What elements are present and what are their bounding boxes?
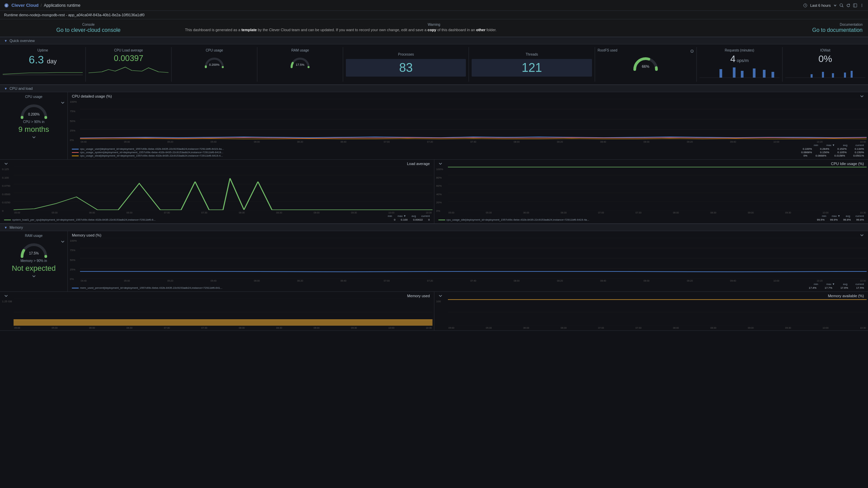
docs-label: Documentation [696, 23, 863, 26]
mem-chart-area: 04:4005:0005:2005:4006:0006:2006:4007:00… [80, 238, 867, 282]
stat-ram-usage: RAM usage 17.5% [257, 47, 343, 82]
breadcrumb-path: Applications runtime [44, 3, 80, 8]
svg-point-11 [862, 6, 862, 7]
cpu-detail-gauge: 0.200% [19, 101, 49, 119]
mem-y-axis: 100%75%50%25%0% [69, 238, 80, 282]
stat-processes: Processes 83 [343, 47, 469, 82]
collapse-arrow-memory[interactable]: ▼ [4, 226, 7, 229]
cpu-legend-2: cpu_usage_system[deployment_id=deploymen… [72, 151, 864, 154]
load-y-axis: 0.1250.1000.07500.05000.02500 [1, 166, 14, 214]
collapse-arrow-overview[interactable]: ▼ [4, 39, 7, 43]
quick-overview-title: Quick overview [9, 39, 35, 43]
warning-col: Warning This dashboard is generated as a… [177, 21, 691, 35]
load-avg-expand [4, 162, 8, 166]
svg-rect-23 [763, 70, 766, 78]
titlebar: Runtime demo-nodejs-mongodb-rest - app_a… [0, 11, 868, 19]
mem-time-axis: 04:4005:0005:2005:4006:0006:2006:4007:00… [80, 280, 867, 282]
cpu-gauge-title: CPU usage [3, 95, 65, 99]
svg-line-4 [805, 5, 806, 6]
mem-legend-area: minmax ▼avgcurrent mem_used_percent[depl… [69, 282, 867, 290]
mem-avail-expand [438, 294, 442, 298]
processes-label: Processes [398, 53, 414, 56]
mem-used-time-axis: 05:0005:3006:0006:3007:0007:3008:0008:30… [14, 327, 433, 329]
memory-row2: Memory used 1.25 GB 05:0005:3006:0006:30… [0, 292, 868, 331]
idle-time-axis: 05:0005:3006:0006:3007:0007:3008:0008:30… [448, 211, 867, 214]
stat-cpu-load: CPU Load average 0.00397 [86, 47, 172, 82]
svg-rect-7 [853, 4, 857, 7]
topbar: C Clever Cloud / Applications runtime La… [0, 0, 868, 11]
docs-link[interactable]: Go to documentation [812, 27, 863, 33]
memory-section-header: ▼ Memory [0, 224, 868, 231]
svg-text:17.5%: 17.5% [29, 251, 38, 255]
idle-chart-svg [448, 166, 867, 210]
cpu-left-panel: CPU usage 0.200% CPU > 90% in 9 months [0, 92, 68, 159]
svg-point-10 [862, 5, 862, 6]
uptime-sparkline [3, 67, 83, 78]
mem-stat-headers: minmax ▼avgcurrent [72, 283, 864, 286]
svg-rect-19 [719, 69, 722, 78]
processes-value: 83 [399, 61, 413, 75]
chart-expand-icon [860, 94, 864, 98]
chevron-down-icon [833, 4, 837, 7]
load-chart-svg [14, 166, 433, 210]
collapse-arrow-cpu[interactable]: ▼ [4, 87, 7, 90]
refresh-icon[interactable] [846, 3, 850, 7]
threads-label: Threads [526, 53, 538, 56]
panel-arrow-icon [61, 101, 65, 105]
svg-line-6 [842, 6, 843, 7]
rootfs-label: RootFS used [598, 48, 617, 52]
ram-usage-label: RAM usage [260, 48, 340, 52]
load-avg-body: 0.1250.1000.07500.05000.02500 05:0005:30… [1, 166, 433, 214]
svg-text:66%: 66% [642, 64, 649, 68]
cpu-idle-expand [438, 162, 442, 166]
svg-text:17.5%: 17.5% [296, 63, 305, 66]
mem-avail-y-axis: 100 [436, 299, 448, 329]
iowait-value: 0% [818, 54, 832, 64]
quick-overview-header: ▼ Quick overview [0, 37, 868, 44]
expand-icon[interactable] [853, 3, 857, 7]
ram-gauge-title: RAM usage [3, 234, 65, 238]
idle-chart-area: 05:0005:3006:0006:3007:0007:3008:0008:30… [448, 166, 867, 214]
cpu-chart-body: 100%75%50%25%0% [69, 99, 867, 143]
svg-rect-29 [844, 73, 846, 78]
processes-bar: 83 [346, 59, 466, 77]
svg-text:0.200%: 0.200% [28, 113, 40, 116]
quick-overview-panel: Uptime 6.3 day CPU Load average 0.00397 … [0, 44, 868, 85]
svg-rect-20 [733, 67, 735, 78]
stat-iowait: IOWait 0% [783, 47, 868, 82]
topbar-left: C Clever Cloud / Applications runtime [4, 3, 80, 8]
cpu-chart-header: CPU detailed usage (%) [69, 94, 867, 99]
cpu-idle-body: 100%80%60%40%20%0% 05:0005:3006:0006:300… [436, 166, 867, 214]
mem-used-y-axis: 1.25 GB [1, 299, 14, 329]
mem-used-expand [4, 294, 8, 298]
more-icon[interactable] [860, 3, 864, 7]
time-range-label[interactable]: Last 6 hours [810, 3, 831, 7]
memory-threshold-value: Not expected [3, 264, 65, 273]
mem-available-body: 100 05:0005:3006:0006:3007:0007:3008:000… [436, 299, 867, 329]
load-chart-area: 05:0005:3006:0006:3007:0007:3008:0008:30… [14, 166, 433, 214]
cpu-load-label: CPU Load average [88, 48, 169, 52]
memory-section-title: Memory [9, 225, 23, 229]
cpu-chart-title: CPU detailed usage (%) [72, 94, 112, 98]
cpu-load-value: 0.00397 [88, 54, 169, 63]
cpu-idle-title: CPU Idle usage (%) [831, 162, 864, 166]
memory-chart-header: Memory used (%) [69, 232, 867, 238]
console-label: Console [5, 23, 172, 26]
ram-detail-gauge: 17.5% [19, 240, 49, 258]
svg-rect-27 [822, 72, 824, 78]
console-link[interactable]: Go to clever-cloud console [56, 27, 120, 33]
load-time-axis: 05:0005:3006:0006:3007:0007:3008:0008:30… [14, 211, 433, 214]
cpu-stat-headers: minmax ▼avgcurrent [72, 144, 864, 147]
load-avg-title: Load average [407, 162, 430, 166]
info-icon: i [690, 49, 694, 53]
cpu-usage-label: CPU usage [174, 48, 254, 52]
iowait-sparkline [785, 66, 865, 79]
svg-point-9 [862, 4, 862, 4]
svg-rect-22 [753, 68, 755, 78]
cpu-load-sparkline [88, 64, 169, 75]
topbar-right[interactable]: Last 6 hours [803, 3, 864, 7]
mem-legend-1: mem_used_percent[deployment_id=deploymen… [72, 286, 864, 289]
svg-text:i: i [692, 50, 692, 53]
mem-available-panel: Memory available (%) 100 05:0005:3006:00… [434, 292, 868, 330]
search-icon[interactable] [840, 3, 844, 7]
